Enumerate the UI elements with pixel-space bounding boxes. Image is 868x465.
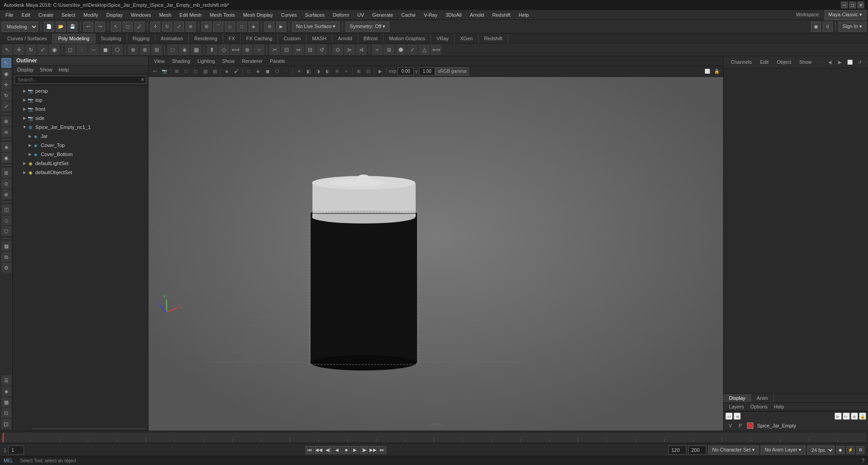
mode-dropdown[interactable]: Modeling [2, 22, 38, 32]
cb-layers-menu[interactable]: Layers [726, 403, 747, 410]
collapse-btn[interactable]: ⊲ [356, 44, 367, 55]
rotate-v-btn[interactable]: ↻ [1, 90, 11, 100]
tab-arnold[interactable]: Arnold [332, 33, 358, 43]
insert-loop-btn[interactable]: ⊡ [281, 44, 292, 55]
select-mode-btn[interactable]: ↖ [2, 44, 13, 55]
timeline-ruler[interactable]: 1020304050607080901001101201301401501601… [2, 433, 866, 442]
no-anim-layer-dropdown[interactable]: No Anim Layer ▾ [761, 446, 806, 455]
boolean-btn[interactable]: ⊞ [151, 44, 162, 55]
skin-btn[interactable]: ⬡ [1, 226, 11, 236]
menu-display[interactable]: Display [103, 11, 126, 19]
viewport-show-menu[interactable]: Show [219, 57, 239, 65]
menu-mesh[interactable]: Mesh [155, 11, 175, 19]
vp-icon-res-gate[interactable]: ◻ [191, 67, 200, 76]
object-mode-btn[interactable]: ◻ [65, 44, 76, 55]
cb-nav-key[interactable]: ◆ [851, 413, 858, 420]
show-manipulator-btn[interactable]: ⊕ [1, 116, 11, 126]
vp-icon-maximize[interactable]: ⬜ [703, 67, 712, 76]
textured-btn[interactable]: ▦ [191, 44, 201, 55]
outliner-display-menu[interactable]: Display [14, 66, 36, 73]
vp-icon-scene-cam[interactable]: ⊞ [172, 67, 181, 76]
soft-select-btn[interactable]: ◉ [49, 44, 60, 55]
vp-icon-motionblur[interactable]: ≈ [342, 67, 351, 76]
tab-fx[interactable]: FX [223, 33, 241, 43]
menu-mesh-display[interactable]: Mesh Display [240, 11, 277, 19]
vertex-mode-btn[interactable]: · [77, 44, 87, 55]
sign-in-btn[interactable]: Sign In ▾ [839, 22, 866, 32]
cb-icon-4[interactable]: ↺ [855, 57, 864, 66]
menu-edit[interactable]: Edit [18, 11, 34, 19]
vp-icon-dof[interactable]: ◐ [323, 67, 332, 76]
tab-fx-caching[interactable]: FX Caching [241, 33, 278, 43]
scale-v-btn[interactable]: ⤢ [1, 101, 11, 111]
menu-file[interactable]: File [2, 11, 17, 19]
tree-item-cover-top[interactable]: ▶ ◈ Cover_Top [13, 141, 148, 150]
extrude-btn[interactable]: ⬆ [206, 44, 217, 55]
vp-icon-camera-sel[interactable]: 📷 [160, 67, 169, 76]
hypershade-btn[interactable]: ◈ [1, 386, 11, 396]
undo-btn[interactable]: ↩ [83, 22, 93, 32]
cb-tab-anim[interactable]: Anim [751, 394, 774, 402]
menu-generate[interactable]: Generate [369, 11, 397, 19]
tree-item-spice-jar-group[interactable]: ▼ ⊞ Spice_Jar_Empty_nc1_1 [13, 123, 148, 132]
tab-vray[interactable]: VRay [431, 33, 455, 43]
help-line-btn[interactable]: ? [862, 458, 864, 463]
fps-dropdown[interactable]: 24 fps [807, 446, 834, 455]
viewport-canvas[interactable]: X Y Z persp [149, 77, 723, 431]
cleanup-btn[interactable]: ✓ [407, 44, 418, 55]
cb-icon-1[interactable]: ◀ [825, 57, 834, 66]
vp-icon-smooth-shade[interactable]: ◈ [254, 67, 263, 76]
bridge-btn[interactable]: ⟺ [230, 44, 241, 55]
tree-item-front[interactable]: ▶ 📷 front [13, 104, 148, 114]
combine-btn[interactable]: ⊕ [128, 44, 139, 55]
tab-redshift[interactable]: Redshift [479, 33, 508, 43]
snap-grid-btn[interactable]: ⊞ [201, 22, 211, 32]
universal-manip-btn[interactable]: ⊕ [186, 22, 196, 32]
vp-icon-wireframe[interactable]: □ [244, 67, 253, 76]
sculpt-btn[interactable]: ◈ [1, 142, 11, 152]
cb-edit-menu[interactable]: Edit [756, 58, 772, 66]
edge-mode-btn[interactable]: ─ [88, 44, 99, 55]
vp-icon-safe-action[interactable]: ▧ [201, 67, 210, 76]
menu-deform[interactable]: Deform [329, 11, 353, 19]
vp-icon-grid[interactable]: ⊞ [354, 67, 363, 76]
redo-btn[interactable]: ↪ [95, 22, 105, 32]
layer-vis-p[interactable]: P [737, 422, 743, 429]
viewport-view-menu[interactable]: View [150, 57, 168, 65]
key-set-btn[interactable]: ◆ [836, 446, 844, 454]
menu-help[interactable]: Help [515, 11, 533, 19]
vp-icon-aa[interactable]: ≋ [332, 67, 341, 76]
ipr-render-btn[interactable]: ◼ [811, 22, 821, 32]
tab-poly-modeling[interactable]: Poly Modeling [53, 33, 95, 43]
vp-icon-flat-shade[interactable]: ◼ [263, 67, 272, 76]
range-start-input[interactable] [668, 446, 686, 455]
cb-options-menu[interactable]: Options [748, 403, 770, 410]
go-to-end-btn[interactable]: ⏭ [378, 446, 386, 454]
viewport-renderer-menu[interactable]: Renderer [238, 57, 266, 65]
cb-icon-3[interactable]: ⬜ [845, 57, 854, 66]
snap-view-btn[interactable]: □ [237, 22, 247, 32]
viewport-shading-menu[interactable]: Shading [168, 57, 194, 65]
tab-motion-graphics[interactable]: Motion Graphics [384, 33, 431, 43]
tab-mash[interactable]: MASH [307, 33, 332, 43]
tab-bifrost[interactable]: Bifrost [358, 33, 384, 43]
menu-redshift[interactable]: Redshift [489, 11, 514, 19]
snap-face-btn[interactable]: ◈ [249, 22, 259, 32]
soft-mod-btn[interactable]: ≋ [1, 127, 11, 137]
tab-animation[interactable]: Animation [155, 33, 189, 43]
snap-align-btn[interactable]: ⊞ [1, 168, 11, 178]
vp-icon-paint[interactable]: 🖌 [232, 67, 241, 76]
paint-select-btn[interactable]: 🖊 [134, 22, 144, 32]
move-mode-btn[interactable]: ✛ [14, 44, 24, 55]
merge-btn[interactable]: ⊳ [344, 44, 355, 55]
cb-nav-prev-prev[interactable]: ⏮ [725, 413, 733, 420]
spin-btn[interactable]: ↺ [317, 44, 327, 55]
viewport-panels-menu[interactable]: Panels [266, 57, 289, 65]
vp-icon-fps[interactable]: ▶ [376, 67, 385, 76]
range-end-input[interactable] [688, 446, 706, 455]
cb-help-menu[interactable]: Help [771, 403, 787, 410]
snap-point-btn[interactable]: ◇ [225, 22, 235, 32]
move-tool-btn[interactable]: ✛ [150, 22, 160, 32]
tab-xgen[interactable]: XGen [455, 33, 479, 43]
tree-item-default-light-set[interactable]: ▶ ◉ defaultLightSet [13, 159, 148, 168]
